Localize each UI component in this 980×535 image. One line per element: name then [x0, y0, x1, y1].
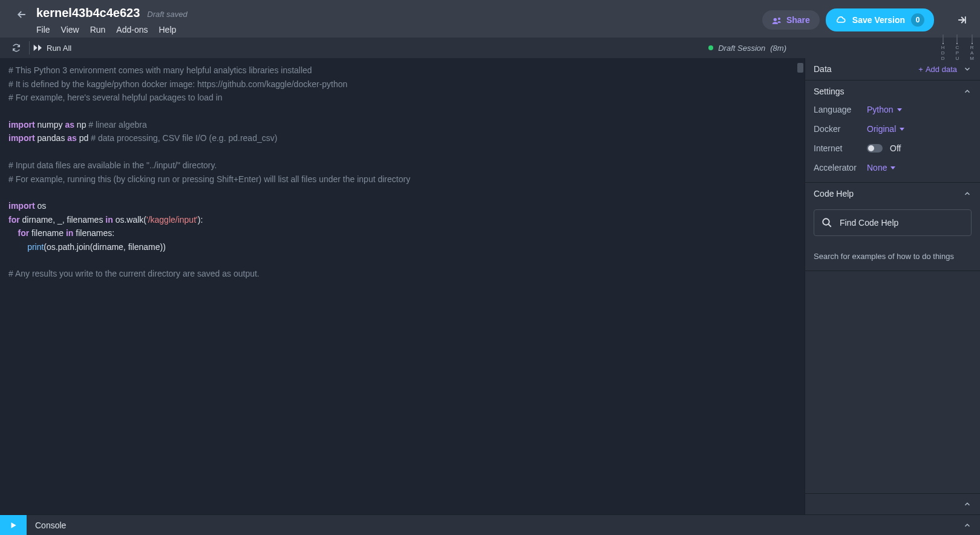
toolbar: Run All Draft Session (8m) HDD CPU RAM [0, 38, 980, 58]
kw: import [8, 201, 35, 211]
data-panel-header[interactable]: Data + Add data [805, 58, 980, 80]
setting-language[interactable]: Language Python [814, 105, 972, 114]
settings-panel: Settings Language Python Docker Original… [805, 80, 980, 183]
resource-meters: HDD CPU RAM [941, 38, 974, 58]
share-icon [772, 16, 782, 24]
save-count-badge: 0 [911, 13, 924, 27]
setting-docker[interactable]: Docker Original [814, 124, 972, 134]
setting-internet[interactable]: Internet Off [814, 143, 972, 153]
menu-view[interactable]: View [61, 25, 79, 34]
menu-bar: File View Run Add-ons Help [36, 25, 188, 34]
restart-icon[interactable] [7, 44, 25, 52]
share-label: Share [786, 15, 810, 25]
code-comment: # For example, here's several helpful pa… [8, 93, 223, 102]
menu-run[interactable]: Run [90, 25, 106, 34]
svg-point-1 [778, 18, 780, 20]
code-help-panel: Code Help Find Code Help Search for exam… [805, 183, 980, 271]
settings-panel-header[interactable]: Settings [805, 80, 980, 102]
kw: in [66, 228, 73, 238]
header-bar: kernel43b4c4e623 Draft saved File View R… [0, 0, 980, 38]
toolbar-divider [29, 41, 30, 54]
cloud-icon [835, 16, 846, 24]
run-all-button[interactable]: Run All [33, 44, 71, 53]
code-comment: # This Python 3 environment comes with m… [8, 65, 312, 75]
collapse-sidebar-icon[interactable] [951, 9, 973, 31]
hdd-meter[interactable]: HDD [941, 34, 945, 61]
ram-meter[interactable]: RAM [970, 34, 974, 61]
cpu-meter[interactable]: CPU [956, 34, 959, 61]
sidebar-bottom-toggle[interactable] [805, 494, 980, 514]
header-main: kernel43b4c4e623 Draft saved File View R… [36, 2, 188, 34]
svg-point-0 [774, 18, 777, 21]
kw: as [67, 133, 77, 143]
chevron-up-icon[interactable] [963, 87, 972, 96]
code-content[interactable]: # This Python 3 environment comes with m… [0, 58, 805, 287]
dropdown-icon [900, 128, 904, 131]
save-version-button[interactable]: Save Version 0 [826, 8, 934, 31]
kw: import [8, 133, 35, 143]
console-chevron-up-icon[interactable] [963, 521, 972, 530]
console-bar: Console [0, 514, 980, 535]
func: print [27, 242, 44, 252]
share-button[interactable]: Share [762, 10, 820, 30]
run-all-label: Run All [47, 44, 71, 53]
save-version-label: Save Version [852, 15, 905, 25]
sidebar-spacer [805, 271, 980, 493]
code-help-hint: Search for examples of how to do things [814, 252, 972, 261]
chevron-up-icon [963, 500, 972, 508]
toggle-icon[interactable] [867, 144, 883, 153]
fast-forward-icon [33, 44, 43, 51]
kw: for [18, 228, 30, 238]
data-panel: Data + Add data [805, 58, 980, 80]
kw: in [105, 215, 113, 225]
menu-help[interactable]: Help [159, 25, 177, 34]
kernel-title[interactable]: kernel43b4c4e623 [36, 6, 140, 20]
console-label[interactable]: Console [27, 520, 74, 530]
search-icon [822, 217, 832, 228]
kw: import [8, 120, 35, 130]
settings-panel-title: Settings [814, 87, 844, 96]
data-panel-title: Data [814, 64, 832, 74]
right-sidebar: Data + Add data Settings Language Python [805, 58, 980, 514]
menu-addons[interactable]: Add-ons [116, 25, 148, 34]
find-code-help-button[interactable]: Find Code Help [814, 209, 972, 236]
plus-icon: + [918, 65, 923, 74]
console-play-button[interactable] [0, 515, 27, 535]
code-help-title: Code Help [814, 189, 854, 199]
session-label: Draft Session [718, 44, 765, 53]
chevron-up-icon[interactable] [963, 189, 972, 198]
setting-accelerator[interactable]: Accelerator None [814, 163, 972, 172]
menu-file[interactable]: File [36, 25, 50, 34]
back-icon[interactable] [7, 2, 36, 27]
kw: as [65, 120, 74, 130]
code-comment: # data processing, CSV file I/O (e.g. pd… [91, 133, 277, 143]
string: '/kaggle/input' [146, 215, 198, 225]
sidebar-bottom-panel [805, 493, 980, 514]
code-comment: # Any results you write to the current d… [8, 269, 260, 278]
session-info: Draft Session (8m) [708, 44, 786, 53]
dropdown-icon [890, 166, 895, 169]
code-comment: # linear algebra [88, 120, 147, 130]
minimap-indicator[interactable] [797, 63, 803, 73]
code-comment: # For example, running this (by clicking… [8, 174, 410, 184]
session-status-dot [708, 45, 713, 50]
kw: for [8, 215, 20, 225]
code-help-panel-header[interactable]: Code Help [805, 183, 980, 205]
code-comment: # Input data files are available in the … [8, 160, 217, 170]
chevron-down-icon[interactable] [963, 65, 972, 73]
session-time: (8m) [770, 44, 786, 53]
add-data-link[interactable]: + Add data [918, 65, 957, 74]
draft-saved-label: Draft saved [147, 10, 187, 19]
code-editor[interactable]: # This Python 3 environment comes with m… [0, 58, 805, 514]
code-comment: # It is defined by the kaggle/python doc… [8, 79, 347, 89]
svg-point-2 [823, 218, 829, 225]
find-code-help-label: Find Code Help [840, 218, 898, 228]
dropdown-icon [897, 108, 902, 111]
